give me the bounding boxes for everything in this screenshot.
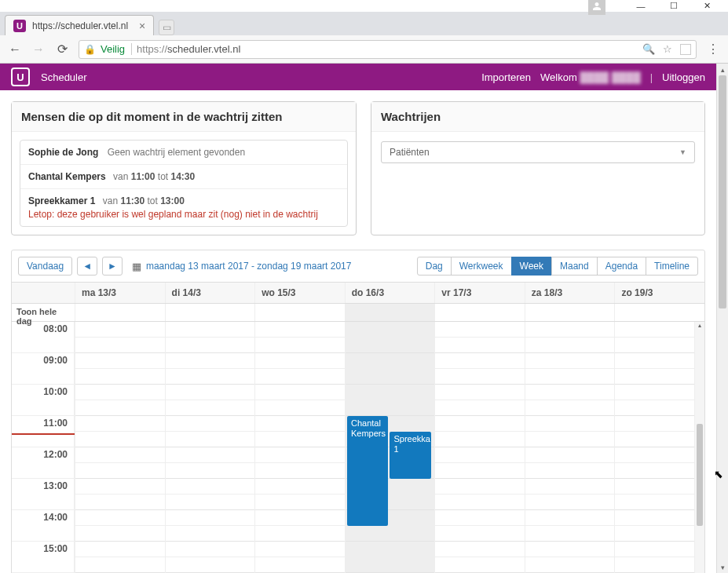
- reload-button[interactable]: ⟳: [55, 42, 69, 57]
- secure-label: Veilig: [101, 43, 132, 55]
- day-header[interactable]: zo 19/3: [614, 283, 704, 303]
- calendar-event[interactable]: Spreekka 1: [390, 432, 430, 479]
- day-column[interactable]: [614, 322, 704, 573]
- view-switcher: Dag Werkweek Week Maand Agenda Timeline: [418, 257, 698, 276]
- window-maximize-button[interactable]: ☐: [668, 1, 679, 12]
- os-titlebar: — ☐ ✕: [0, 0, 728, 12]
- day-header[interactable]: ma 13/3: [75, 283, 165, 303]
- calendar-toolbar: Vandaag ◄ ► ▦ maandag 13 maart 2017 - zo…: [12, 250, 704, 283]
- browser-toolbar: ← → ⟳ 🔒 Veilig https://scheduler.vtel.nl…: [0, 35, 728, 64]
- back-button[interactable]: ←: [8, 42, 22, 57]
- day-column[interactable]: [75, 322, 165, 573]
- time-column: 08:00 09:00 10:00 11:00 12:00 13:00 14:0…: [12, 322, 75, 573]
- today-button[interactable]: Vandaag: [18, 257, 72, 276]
- waiting-row: Sophie de Jong Geen wachtrij element gev…: [20, 141, 347, 165]
- calendar: Vandaag ◄ ► ▦ maandag 13 maart 2017 - zo…: [11, 250, 705, 573]
- scrollbar-thumb[interactable]: [719, 75, 726, 308]
- now-indicator: [12, 433, 75, 435]
- page-content: U Scheduler Importeren Welkom ████ ████ …: [0, 64, 716, 573]
- scroll-up-icon[interactable]: ▴: [717, 64, 728, 75]
- waiting-warning: Letop: deze gebruiker is wel gepland maa…: [28, 209, 339, 220]
- queue-select[interactable]: Patiënten ▼: [381, 141, 695, 163]
- day-header[interactable]: za 18/3: [525, 283, 615, 303]
- favicon-icon: U: [13, 20, 26, 32]
- all-day-row: Toon hele dag: [12, 304, 704, 322]
- day-header[interactable]: vr 17/3: [434, 283, 525, 303]
- view-agenda[interactable]: Agenda: [597, 257, 646, 276]
- queues-panel: Wachtrijen Patiënten ▼: [371, 101, 705, 235]
- day-column[interactable]: [254, 322, 345, 573]
- app-header: U Scheduler Importeren Welkom ████ ████ …: [0, 64, 716, 90]
- logout-link[interactable]: Uitloggen: [662, 71, 705, 83]
- chevron-down-icon: ▼: [679, 148, 686, 156]
- scrollbar-thumb[interactable]: [697, 424, 703, 526]
- bookmark-icon[interactable]: ☆: [663, 43, 672, 55]
- address-bar[interactable]: 🔒 Veilig https://scheduler.vtel.nl 🔍 ☆: [79, 40, 697, 59]
- waiting-panel-title: Mensen die op dit moment in de wachtrij …: [12, 102, 356, 132]
- waiting-row: Spreekkamer 1 van 11:30 tot 13:00 Letop:…: [20, 189, 347, 226]
- calendar-event[interactable]: Chantal Kempers: [347, 416, 388, 526]
- day-header[interactable]: di 14/3: [165, 283, 255, 303]
- calendar-body: 08:00 09:00 10:00 11:00 12:00 13:00 14:0…: [12, 322, 704, 573]
- waiting-panel: Mensen die op dit moment in de wachtrij …: [11, 101, 357, 235]
- queues-panel-title: Wachtrijen: [371, 102, 704, 132]
- date-range-label: maandag 13 maart 2017 - zondag 19 maart …: [146, 261, 352, 272]
- window-scrollbar[interactable]: ▴ ▾: [716, 64, 728, 573]
- lock-icon: 🔒: [84, 44, 96, 55]
- window-minimize-button[interactable]: —: [635, 1, 646, 12]
- scroll-up-icon[interactable]: ▴: [695, 322, 704, 329]
- app-logo-icon: U: [11, 68, 30, 86]
- username: ████ ████: [580, 71, 640, 83]
- new-tab-button[interactable]: ▭: [159, 20, 174, 35]
- calendar-scrollbar[interactable]: ▴ ▾: [694, 322, 704, 573]
- welcome-label: Welkom ████ ████: [540, 71, 641, 83]
- view-week[interactable]: Week: [511, 257, 552, 276]
- view-workweek[interactable]: Werkweek: [451, 257, 512, 276]
- day-column[interactable]: Chantal KempersSpreekka 1: [345, 322, 435, 573]
- tab-close-button[interactable]: ×: [139, 20, 145, 32]
- view-timeline[interactable]: Timeline: [646, 257, 698, 276]
- import-link[interactable]: Importeren: [481, 71, 531, 83]
- calendar-icon: ▦: [132, 261, 141, 272]
- calendar-day-headers: ma 13/3 di 14/3 wo 15/3 do 16/3 vr 17/3 …: [12, 283, 704, 304]
- all-day-label[interactable]: Toon hele dag: [12, 304, 75, 321]
- os-user-icon: [588, 0, 605, 15]
- forward-button[interactable]: →: [31, 42, 46, 57]
- day-column[interactable]: [525, 322, 615, 573]
- browser-tabstrip: U https://scheduler.vtel.nl × ▭: [0, 12, 728, 35]
- zoom-icon[interactable]: 🔍: [642, 43, 655, 55]
- view-month[interactable]: Maand: [551, 257, 598, 276]
- day-header[interactable]: wo 15/3: [254, 283, 345, 303]
- scroll-down-icon[interactable]: ▾: [717, 561, 728, 573]
- tab-title: https://scheduler.vtel.nl: [32, 20, 128, 31]
- url-text: https://scheduler.vtel.nl: [137, 43, 240, 55]
- prev-button[interactable]: ◄: [77, 257, 97, 276]
- day-header[interactable]: do 16/3: [345, 283, 435, 303]
- browser-tab[interactable]: U https://scheduler.vtel.nl ×: [5, 15, 154, 35]
- waiting-row: Chantal Kempers van 11:00 tot 14:30: [20, 165, 347, 189]
- window-close-button[interactable]: ✕: [701, 1, 712, 12]
- view-day[interactable]: Dag: [417, 257, 452, 276]
- app-title[interactable]: Scheduler: [41, 71, 87, 83]
- date-range-picker[interactable]: ▦ maandag 13 maart 2017 - zondag 19 maar…: [132, 261, 352, 272]
- extension-icon[interactable]: [680, 44, 691, 55]
- waiting-list: Sophie de Jong Geen wachtrij element gev…: [20, 140, 348, 227]
- day-column[interactable]: [434, 322, 525, 573]
- queue-selected: Patiënten: [390, 147, 430, 158]
- day-column[interactable]: [165, 322, 255, 573]
- next-button[interactable]: ►: [102, 257, 123, 276]
- browser-menu-button[interactable]: ⋮: [706, 42, 720, 57]
